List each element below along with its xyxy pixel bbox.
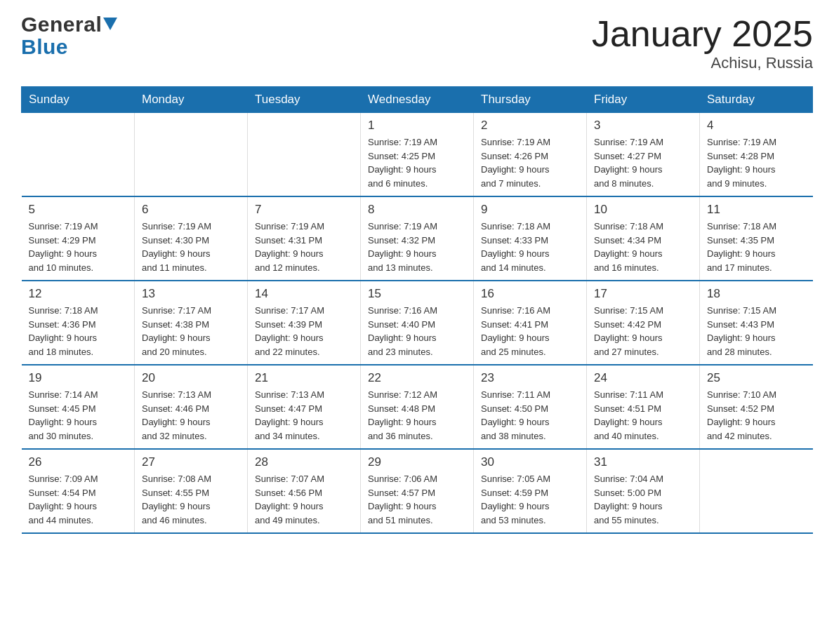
calendar-week-row: 26Sunrise: 7:09 AMSunset: 4:54 PMDayligh… (22, 449, 813, 533)
table-row (248, 113, 361, 197)
table-row: 24Sunrise: 7:11 AMSunset: 4:51 PMDayligh… (587, 365, 700, 449)
table-row: 8Sunrise: 7:19 AMSunset: 4:32 PMDaylight… (361, 196, 474, 281)
calendar-week-row: 19Sunrise: 7:14 AMSunset: 4:45 PMDayligh… (22, 365, 813, 449)
day-number: 18 (707, 287, 806, 301)
col-tuesday: Tuesday (248, 87, 361, 113)
logo: General Blue (21, 14, 117, 59)
day-number: 15 (368, 287, 466, 301)
day-number: 26 (29, 455, 128, 469)
table-row: 27Sunrise: 7:08 AMSunset: 4:55 PMDayligh… (135, 449, 248, 533)
day-info: Sunrise: 7:16 AMSunset: 4:41 PMDaylight:… (481, 304, 579, 358)
day-info: Sunrise: 7:10 AMSunset: 4:52 PMDaylight:… (707, 388, 806, 443)
day-info: Sunrise: 7:18 AMSunset: 4:33 PMDaylight:… (481, 220, 579, 274)
day-number: 11 (707, 203, 806, 217)
day-number: 14 (255, 287, 353, 301)
day-number: 25 (707, 371, 806, 385)
day-info: Sunrise: 7:14 AMSunset: 4:45 PMDaylight:… (29, 388, 128, 443)
calendar-week-row: 12Sunrise: 7:18 AMSunset: 4:36 PMDayligh… (22, 281, 813, 365)
table-row: 26Sunrise: 7:09 AMSunset: 4:54 PMDayligh… (22, 449, 135, 533)
day-info: Sunrise: 7:19 AMSunset: 4:32 PMDaylight:… (368, 220, 466, 274)
table-row: 29Sunrise: 7:06 AMSunset: 4:57 PMDayligh… (361, 449, 474, 533)
table-row: 10Sunrise: 7:18 AMSunset: 4:34 PMDayligh… (587, 196, 700, 281)
day-info: Sunrise: 7:12 AMSunset: 4:48 PMDaylight:… (368, 388, 466, 443)
day-info: Sunrise: 7:04 AMSunset: 5:00 PMDaylight:… (594, 472, 692, 527)
table-row: 30Sunrise: 7:05 AMSunset: 4:59 PMDayligh… (474, 449, 587, 533)
table-row: 14Sunrise: 7:17 AMSunset: 4:39 PMDayligh… (248, 281, 361, 365)
calendar-body: 1Sunrise: 7:19 AMSunset: 4:25 PMDaylight… (22, 113, 813, 534)
day-info: Sunrise: 7:13 AMSunset: 4:47 PMDaylight:… (255, 388, 353, 443)
day-number: 4 (707, 119, 806, 133)
table-row: 19Sunrise: 7:14 AMSunset: 4:45 PMDayligh… (22, 365, 135, 449)
day-number: 13 (142, 287, 240, 301)
day-info: Sunrise: 7:18 AMSunset: 4:35 PMDaylight:… (707, 220, 806, 274)
day-info: Sunrise: 7:19 AMSunset: 4:28 PMDaylight:… (707, 135, 806, 190)
table-row (22, 113, 135, 197)
day-number: 12 (29, 287, 128, 301)
table-row: 28Sunrise: 7:07 AMSunset: 4:56 PMDayligh… (248, 449, 361, 533)
logo-triangle-icon (103, 18, 117, 30)
day-info: Sunrise: 7:19 AMSunset: 4:29 PMDaylight:… (29, 220, 128, 274)
day-number: 31 (594, 455, 692, 469)
day-number: 6 (142, 203, 240, 217)
col-monday: Monday (135, 87, 248, 113)
day-info: Sunrise: 7:11 AMSunset: 4:50 PMDaylight:… (481, 388, 579, 443)
day-number: 22 (368, 371, 466, 385)
table-row: 20Sunrise: 7:13 AMSunset: 4:46 PMDayligh… (135, 365, 248, 449)
day-number: 2 (481, 119, 579, 133)
day-info: Sunrise: 7:19 AMSunset: 4:26 PMDaylight:… (481, 135, 579, 190)
table-row: 2Sunrise: 7:19 AMSunset: 4:26 PMDaylight… (474, 113, 587, 197)
day-number: 24 (594, 371, 692, 385)
day-number: 23 (481, 371, 579, 385)
day-number: 5 (29, 203, 128, 217)
table-row: 15Sunrise: 7:16 AMSunset: 4:40 PMDayligh… (361, 281, 474, 365)
day-number: 7 (255, 203, 353, 217)
table-row (135, 113, 248, 197)
day-number: 16 (481, 287, 579, 301)
table-row: 16Sunrise: 7:16 AMSunset: 4:41 PMDayligh… (474, 281, 587, 365)
day-info: Sunrise: 7:18 AMSunset: 4:34 PMDaylight:… (594, 220, 692, 274)
day-info: Sunrise: 7:08 AMSunset: 4:55 PMDaylight:… (142, 472, 240, 527)
calendar-title: January 2025 (592, 14, 813, 54)
title-block: January 2025 Achisu, Russia (592, 14, 813, 72)
day-info: Sunrise: 7:15 AMSunset: 4:42 PMDaylight:… (594, 304, 692, 358)
day-info: Sunrise: 7:16 AMSunset: 4:40 PMDaylight:… (368, 304, 466, 358)
day-info: Sunrise: 7:17 AMSunset: 4:38 PMDaylight:… (142, 304, 240, 358)
day-number: 28 (255, 455, 353, 469)
day-info: Sunrise: 7:19 AMSunset: 4:27 PMDaylight:… (594, 135, 692, 190)
day-info: Sunrise: 7:09 AMSunset: 4:54 PMDaylight:… (29, 472, 128, 527)
table-row (700, 449, 813, 533)
day-number: 21 (255, 371, 353, 385)
day-number: 29 (368, 455, 466, 469)
day-info: Sunrise: 7:06 AMSunset: 4:57 PMDaylight:… (368, 472, 466, 527)
col-wednesday: Wednesday (361, 87, 474, 113)
table-row: 18Sunrise: 7:15 AMSunset: 4:43 PMDayligh… (700, 281, 813, 365)
day-info: Sunrise: 7:07 AMSunset: 4:56 PMDaylight:… (255, 472, 353, 527)
day-number: 10 (594, 203, 692, 217)
calendar-header-row: Sunday Monday Tuesday Wednesday Thursday… (22, 87, 813, 113)
col-saturday: Saturday (700, 87, 813, 113)
table-row: 7Sunrise: 7:19 AMSunset: 4:31 PMDaylight… (248, 196, 361, 281)
day-info: Sunrise: 7:11 AMSunset: 4:51 PMDaylight:… (594, 388, 692, 443)
table-row: 12Sunrise: 7:18 AMSunset: 4:36 PMDayligh… (22, 281, 135, 365)
calendar-subtitle: Achisu, Russia (592, 54, 813, 72)
day-info: Sunrise: 7:05 AMSunset: 4:59 PMDaylight:… (481, 472, 579, 527)
day-number: 30 (481, 455, 579, 469)
calendar-week-row: 1Sunrise: 7:19 AMSunset: 4:25 PMDaylight… (22, 113, 813, 197)
table-row: 11Sunrise: 7:18 AMSunset: 4:35 PMDayligh… (700, 196, 813, 281)
table-row: 9Sunrise: 7:18 AMSunset: 4:33 PMDaylight… (474, 196, 587, 281)
calendar-table: Sunday Monday Tuesday Wednesday Thursday… (21, 86, 813, 534)
day-number: 1 (368, 119, 466, 133)
col-thursday: Thursday (474, 87, 587, 113)
day-number: 3 (594, 119, 692, 133)
table-row: 17Sunrise: 7:15 AMSunset: 4:42 PMDayligh… (587, 281, 700, 365)
table-row: 23Sunrise: 7:11 AMSunset: 4:50 PMDayligh… (474, 365, 587, 449)
day-info: Sunrise: 7:19 AMSunset: 4:25 PMDaylight:… (368, 135, 466, 190)
svg-marker-0 (103, 18, 117, 30)
day-info: Sunrise: 7:18 AMSunset: 4:36 PMDaylight:… (29, 304, 128, 358)
day-number: 20 (142, 371, 240, 385)
day-number: 27 (142, 455, 240, 469)
table-row: 5Sunrise: 7:19 AMSunset: 4:29 PMDaylight… (22, 196, 135, 281)
table-row: 3Sunrise: 7:19 AMSunset: 4:27 PMDaylight… (587, 113, 700, 197)
day-info: Sunrise: 7:13 AMSunset: 4:46 PMDaylight:… (142, 388, 240, 443)
day-number: 9 (481, 203, 579, 217)
